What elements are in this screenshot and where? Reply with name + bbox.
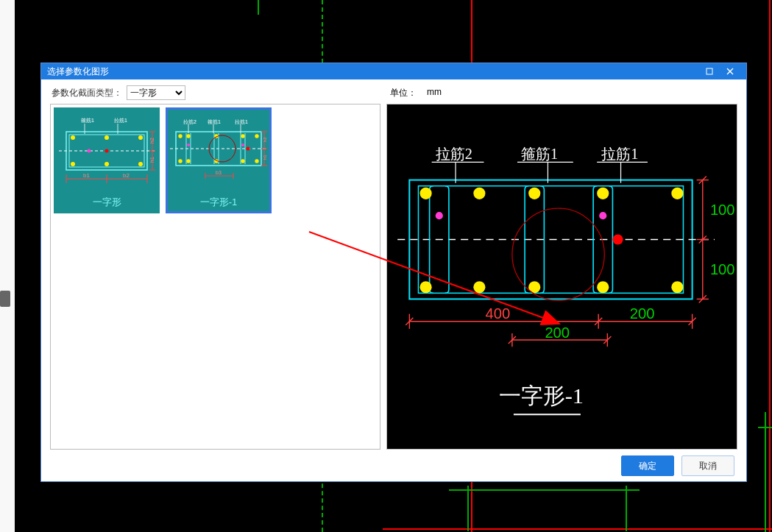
svg-point-72: [473, 281, 485, 293]
close-button[interactable]: [720, 63, 740, 79]
svg-text:箍筋1: 箍筋1: [81, 118, 94, 123]
select-parametric-shape-dialog: 选择参数化图形 参数化截面类型： 一字形 单位： mm: [40, 63, 747, 482]
svg-text:400: 400: [485, 305, 510, 321]
preview-canvas: 拉筋2 箍筋1 拉筋1: [386, 104, 737, 450]
svg-text:b3: b3: [216, 170, 222, 175]
thumbnail-option[interactable]: 箍筋1 拉筋1 b1 b2 h2 h1 一字形: [54, 107, 160, 213]
svg-text:箍筋1: 箍筋1: [521, 146, 558, 162]
svg-text:b2: b2: [123, 172, 130, 179]
svg-point-68: [528, 187, 540, 199]
svg-text:h1: h1: [263, 154, 267, 159]
svg-point-33: [178, 134, 182, 138]
svg-point-78: [612, 234, 623, 244]
svg-point-10: [105, 162, 109, 166]
dialog-footer: 确定 取消: [41, 455, 746, 481]
svg-point-79: [512, 208, 604, 300]
svg-point-42: [255, 159, 258, 163]
svg-text:拉筋2: 拉筋2: [435, 146, 472, 162]
minimize-button[interactable]: [699, 63, 720, 79]
svg-point-71: [419, 281, 431, 293]
thumbnail-list: 箍筋1 拉筋1 b1 b2 h2 h1 一字形: [50, 104, 380, 450]
cancel-button[interactable]: 取消: [681, 455, 734, 476]
svg-text:100: 100: [710, 202, 735, 218]
svg-point-8: [138, 135, 143, 140]
svg-point-45: [247, 146, 250, 150]
dialog-titlebar[interactable]: 选择参数化图形: [41, 63, 746, 79]
svg-point-38: [178, 159, 182, 163]
svg-text:200: 200: [545, 324, 570, 341]
section-type-label: 参数化截面类型：: [52, 87, 122, 99]
svg-point-9: [71, 162, 75, 166]
svg-text:箍筋1: 箍筋1: [208, 119, 221, 124]
svg-text:拉筋1: 拉筋1: [114, 118, 127, 123]
svg-point-41: [241, 159, 244, 163]
dialog-title: 选择参数化图形: [47, 65, 699, 78]
svg-text:拉筋2: 拉筋2: [183, 119, 196, 124]
svg-point-7: [105, 135, 109, 140]
svg-point-37: [255, 134, 258, 138]
svg-point-66: [419, 187, 431, 199]
svg-point-36: [241, 134, 244, 138]
svg-text:h1: h1: [149, 157, 155, 163]
svg-point-43: [187, 143, 190, 146]
svg-point-11: [138, 162, 143, 166]
svg-rect-0: [707, 68, 712, 74]
svg-text:h2: h2: [263, 136, 267, 141]
unit-label: 单位：: [390, 87, 417, 99]
svg-point-74: [597, 281, 609, 293]
svg-point-69: [597, 187, 609, 199]
svg-text:200: 200: [629, 305, 654, 321]
svg-text:h2: h2: [149, 138, 155, 143]
thumbnail-caption: 一字形-1: [167, 194, 270, 212]
svg-point-76: [435, 212, 442, 219]
dialog-topbar: 参数化截面类型： 一字形 单位： mm: [41, 79, 746, 102]
thumbnail-caption: 一字形: [55, 194, 158, 212]
svg-point-12: [88, 149, 91, 152]
svg-point-6: [71, 135, 75, 140]
gutter-nub: [0, 291, 10, 307]
svg-point-44: [241, 143, 244, 146]
svg-point-39: [186, 159, 190, 163]
svg-text:b1: b1: [83, 172, 90, 179]
svg-point-67: [473, 187, 485, 199]
svg-text:一字形-1: 一字形-1: [498, 383, 583, 408]
svg-point-77: [599, 212, 606, 219]
app-left-gutter: [0, 0, 15, 532]
svg-point-34: [186, 134, 190, 138]
svg-text:100: 100: [710, 261, 735, 277]
svg-point-13: [105, 149, 109, 152]
svg-text:拉筋1: 拉筋1: [235, 119, 248, 124]
section-type-select[interactable]: 一字形: [127, 85, 185, 100]
ok-button[interactable]: 确定: [621, 455, 674, 476]
thumbnail-option-selected[interactable]: 拉筋2 箍筋1 拉筋1 b3 h2 h1 一字形-1: [166, 107, 272, 213]
svg-text:拉筋1: 拉筋1: [601, 146, 638, 162]
unit-value: mm: [427, 87, 442, 99]
svg-point-70: [671, 187, 683, 199]
svg-point-75: [671, 281, 683, 293]
